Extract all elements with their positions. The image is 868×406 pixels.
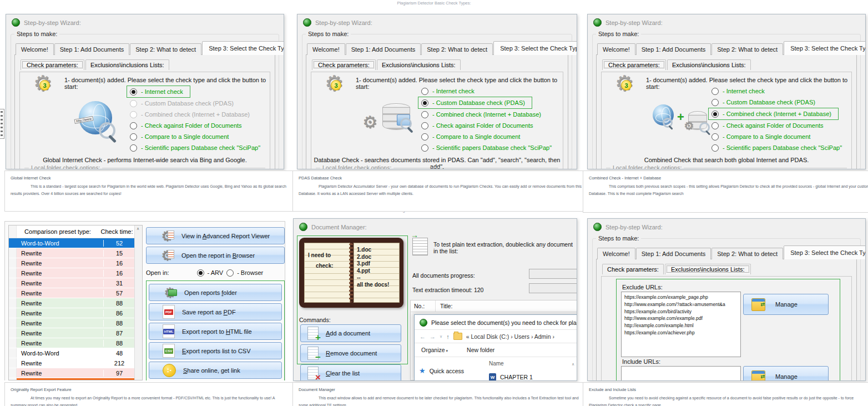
- tab-step3-check-type[interactable]: Step 3: Select the Check Type: [784, 41, 866, 55]
- preset-row[interactable]: Rewrite31: [9, 278, 142, 288]
- forward-icon[interactable]: →: [430, 333, 436, 340]
- radio-icon: [421, 88, 428, 95]
- check-type-option[interactable]: - Custom Database check (PDAS): [418, 97, 532, 109]
- preset-row[interactable]: Rewrite1: [9, 378, 142, 380]
- check-type-option[interactable]: - Custom Database check (PDAS): [711, 97, 842, 108]
- notebook-spiral: [349, 243, 353, 302]
- title-column-header[interactable]: Title:: [436, 303, 452, 309]
- tab-welcome[interactable]: Welcome!: [597, 43, 635, 55]
- tab-step3-check-type[interactable]: Step 3: Select the Check Type: [493, 41, 577, 55]
- check-type-option[interactable]: - Internet check: [127, 86, 190, 98]
- preset-row[interactable]: Rewrite86: [9, 308, 142, 318]
- preset-row[interactable]: Rewrite15: [9, 248, 142, 258]
- view-in-advanced-report-viewer-button[interactable]: View in Advanced Report Viewer: [146, 227, 285, 244]
- app-icon: [593, 223, 602, 231]
- preset-row[interactable]: Rewrite88: [9, 338, 142, 348]
- check-type-option[interactable]: - Compare to a Single document: [130, 131, 260, 142]
- export-report-html-button[interactable]: HTMLExport report to HTML file: [149, 323, 282, 340]
- button-label: Save report as PDF: [182, 309, 236, 315]
- window-titlebar: Step-by-step Wizard:: [297, 14, 577, 28]
- save-report-pdf-button[interactable]: PDFSave report as PDF: [149, 303, 282, 320]
- preset-row[interactable]: Rewrite88: [9, 298, 142, 308]
- tab-step2-what-to-detect[interactable]: Step 2: What to detect: [130, 43, 201, 55]
- exclude-urls-listbox[interactable]: https://example.com/example_page.php htt…: [621, 292, 741, 357]
- table-scrollbar[interactable]: [134, 225, 142, 380]
- tab-welcome[interactable]: Welcome!: [16, 43, 54, 55]
- tab-step3-check-type[interactable]: Step 3: Select the Check Type: [784, 245, 866, 259]
- subtab-check-parameters[interactable]: Check parameters:: [602, 264, 664, 274]
- preset-type-header[interactable]: Comparison preset type:: [17, 228, 99, 235]
- check-type-option[interactable]: - Internet check: [421, 86, 552, 97]
- preset-row[interactable]: Rewrite87: [9, 328, 142, 338]
- remove-document-button[interactable]: Remove document: [300, 344, 401, 362]
- check-time-header[interactable]: Check time:: [99, 228, 135, 235]
- check-type-option[interactable]: - Combined check (Internet + Database): [708, 108, 839, 120]
- subtab-check-parameters[interactable]: Check parameters:: [602, 59, 666, 70]
- check-type-option[interactable]: - Check against Folder of Documents: [130, 120, 260, 131]
- subtab-check-parameters[interactable]: Check parameters:: [312, 59, 376, 70]
- tab-step2-what-to-detect[interactable]: Step 2: What to detect: [421, 43, 493, 55]
- check-type-option[interactable]: - Compare to a Single document: [711, 131, 842, 142]
- radio-open-in-browser[interactable]: [226, 269, 234, 277]
- tab-step1-add-documents[interactable]: Step 1: Add Documents: [636, 43, 711, 55]
- manage-include-urls-button[interactable]: Manage: [743, 366, 829, 381]
- clear-list-button[interactable]: Clear the list: [300, 364, 401, 381]
- subtab-exclusions-lists[interactable]: Exclusions\inclusions Lists:: [665, 264, 751, 274]
- up-icon[interactable]: ↑: [446, 333, 450, 340]
- check-type-option[interactable]: - Custom Database check (PDAS): [130, 98, 260, 109]
- subtab-exclusions-lists[interactable]: Exclusions\inclusions Lists:: [377, 59, 461, 70]
- open-reports-folder-button[interactable]: Open reports folder: [149, 284, 282, 301]
- radio-icon: [711, 99, 719, 106]
- radio-open-in-arv[interactable]: [197, 269, 204, 277]
- subtab-exclusions-lists[interactable]: Exclusions\inclusions Lists:: [667, 59, 751, 70]
- include-urls-listbox[interactable]: [621, 366, 741, 381]
- preset-row[interactable]: Word-to-Word52: [9, 238, 142, 248]
- preset-row[interactable]: Rewrite57: [9, 288, 142, 298]
- check-type-option[interactable]: - Check against Folder of Documents: [421, 120, 552, 131]
- manage-exclude-urls-button[interactable]: Manage: [743, 294, 829, 315]
- back-icon[interactable]: ←: [420, 333, 426, 340]
- timeout-label: Text extraction timeout: 120: [412, 287, 483, 293]
- tab-step2-what-to-detect[interactable]: Step 2: What to detect: [711, 248, 783, 259]
- subtab-exclusions-lists[interactable]: Exclusions\inclusions Lists:: [85, 59, 169, 70]
- organize-menu[interactable]: Organize: [421, 347, 448, 353]
- open-report-in-browser-button[interactable]: Open the report in Browser: [146, 247, 285, 264]
- check-type-option[interactable]: - Scientific papers Database check "SciP…: [421, 142, 552, 153]
- breadcrumb[interactable]: « Local Disk (C:) › Users › Admin ›: [466, 333, 554, 340]
- plus-icon: [677, 110, 684, 124]
- preset-row[interactable]: Rewrite88: [9, 318, 142, 328]
- check-type-option[interactable]: - Combined check (Internet + Database): [421, 109, 552, 120]
- no-column-header[interactable]: No.:: [411, 300, 436, 312]
- tab-welcome[interactable]: Welcome!: [307, 43, 345, 55]
- check-type-option[interactable]: - Compare to a Single document: [421, 131, 552, 142]
- check-type-option[interactable]: - Scientific papers Database check "SciP…: [130, 142, 260, 153]
- button-label: Clear the list: [326, 370, 360, 377]
- recent-dropdown-icon[interactable]: ∨: [440, 334, 442, 339]
- preset-row[interactable]: Rewrite212: [9, 358, 142, 368]
- preset-row[interactable]: Rewrite16: [9, 258, 142, 268]
- check-type-option[interactable]: - Combined check (Internet + Database): [130, 109, 260, 120]
- tab-step3-check-type[interactable]: Step 3: Select the Check Type: [202, 41, 284, 55]
- share-online-button[interactable]: Share online, get link: [149, 362, 282, 379]
- preset-row[interactable]: Rewrite97: [9, 368, 142, 378]
- steps-groupbox: Steps to make: Welcome! Step 1: Add Docu…: [302, 34, 572, 169]
- preset-row[interactable]: Rewrite16: [9, 268, 142, 278]
- subtab-check-parameters[interactable]: Check parameters:: [21, 59, 84, 70]
- export-reports-csv-button[interactable]: CSVExport reports list to CSV: [149, 342, 282, 359]
- manage-lists-icon: [751, 370, 765, 382]
- tab-step2-what-to-detect[interactable]: Step 2: What to detect: [711, 43, 783, 55]
- note-text: This comprises both previous search scop…: [589, 183, 868, 198]
- tab-step1-add-documents[interactable]: Step 1: Add Documents: [346, 43, 421, 55]
- check-type-option[interactable]: - Scientific papers Database check "SciP…: [711, 142, 842, 153]
- check-type-option[interactable]: - Check against Folder of Documents: [711, 120, 842, 131]
- tab-step1-add-documents[interactable]: Step 1: Add Documents: [636, 248, 711, 259]
- tab-welcome[interactable]: Welcome!: [597, 248, 635, 259]
- tab-step1-add-documents[interactable]: Step 1: Add Documents: [54, 43, 130, 55]
- name-column-header[interactable]: Name: [489, 360, 577, 367]
- quick-access-item[interactable]: Quick access: [415, 357, 483, 381]
- new-folder-button[interactable]: New folder: [467, 347, 494, 353]
- add-document-button[interactable]: Add a document: [300, 324, 401, 342]
- file-item[interactable]: CHAPTER 1: [489, 373, 577, 381]
- preset-row[interactable]: Word-to-Word48: [9, 348, 142, 358]
- check-type-option[interactable]: - Internet check: [711, 86, 842, 97]
